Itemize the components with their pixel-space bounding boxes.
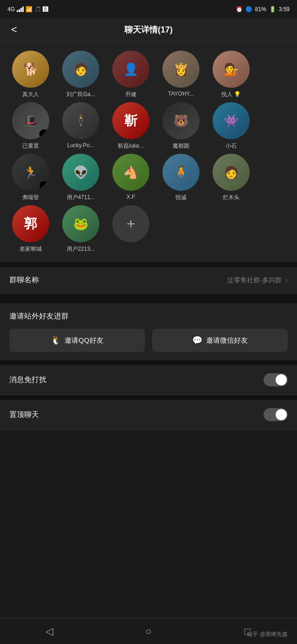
member-name-12: 用户4711... xyxy=(67,194,95,202)
status-bar: 4G 📶 🎵 🅱 ⏰ 🔵 81% 🔋 3:59 xyxy=(0,0,297,19)
header: < 聊天详情(17) xyxy=(0,19,297,41)
member-item-10[interactable]: 👾小石 xyxy=(208,102,254,150)
member-name-17: 用户2213... xyxy=(67,245,95,253)
bar4 xyxy=(22,7,24,12)
nav-home-icon: ○ xyxy=(145,625,151,637)
divider-2 xyxy=(0,294,297,299)
member-name-15: 烂木头 xyxy=(223,194,239,202)
wechat-icon: 💬 xyxy=(192,335,202,345)
settings-section: 群聊名称 泛零售社群-多闪群 › xyxy=(0,267,297,294)
chevron-icon: › xyxy=(285,276,288,285)
bar2 xyxy=(19,9,20,12)
member-name-3: 乔健 xyxy=(125,91,136,98)
dnd-row: 消息免打扰 xyxy=(0,365,297,395)
nav-back-icon: ◁ xyxy=(45,625,53,637)
member-item-3[interactable]: 👤乔健 xyxy=(108,51,154,98)
member-name-2: 刘广民Ga... xyxy=(66,91,95,98)
divider-1 xyxy=(0,262,297,267)
avatar-7: 🕴 xyxy=(62,102,99,139)
group-name-label: 群聊名称 xyxy=(9,275,39,285)
bottom-nav: ◁ ○ □ 知乎 @黑啤先森 xyxy=(0,618,297,644)
avatar-15: 🧑 xyxy=(213,154,250,191)
pin-toggle-thumb xyxy=(276,409,287,420)
member-item-6[interactable]: 🎩♪已重置 xyxy=(7,102,54,150)
member-name-14: 悦诚 xyxy=(175,194,187,202)
avatar-16: 郭 xyxy=(12,205,49,242)
nav-back[interactable]: ◁ xyxy=(31,618,68,644)
bar1 xyxy=(17,10,18,12)
member-name-6: 已重置 xyxy=(22,142,39,150)
bottom-spacer xyxy=(0,430,297,467)
group-name-text: 泛零售社群-多闪群 xyxy=(227,276,282,285)
member-item-7[interactable]: 🕴Lucky.Po... xyxy=(58,102,104,150)
avatar-4: 👸 xyxy=(162,51,200,88)
member-name-9: 魔都圆 xyxy=(173,142,189,150)
dnd-section: 消息免打扰 xyxy=(0,365,297,395)
member-name-8: 靳磊luke... xyxy=(118,142,144,150)
add-member-item[interactable]: + xyxy=(108,205,154,253)
signal-text: 4G xyxy=(7,6,15,13)
nav-home[interactable]: ○ xyxy=(130,618,167,644)
member-item-11[interactable]: 🏃♪弗瑞登 xyxy=(7,154,54,202)
member-item-1[interactable]: 🐕真大人 xyxy=(7,51,54,98)
dnd-toggle[interactable] xyxy=(264,373,288,386)
member-name-13: X.F xyxy=(127,194,136,200)
add-member-button[interactable]: + xyxy=(112,205,149,242)
member-name-4: TAYOHY... xyxy=(168,91,194,97)
member-item-2[interactable]: 🧑刘广民Ga... xyxy=(58,51,104,98)
qq-icon: 🐧 xyxy=(51,335,61,345)
avatar-1: 🐕 xyxy=(12,51,49,88)
pin-section: 置顶聊天 xyxy=(0,400,297,430)
dnd-label: 消息免打扰 xyxy=(9,375,46,385)
member-item-4[interactable]: 👸TAYOHY... xyxy=(158,51,204,98)
tiktok-badge-11: ♪ xyxy=(39,181,49,191)
avatar-13: 🐴 xyxy=(112,154,149,191)
dnd-toggle-thumb xyxy=(276,374,287,385)
avatar-10: 👾 xyxy=(213,102,250,139)
invite-buttons: 🐧 邀请QQ好友 💬 邀请微信好友 xyxy=(9,329,288,352)
member-item-12[interactable]: 👽用户4711... xyxy=(58,154,104,202)
member-name-11: 弗瑞登 xyxy=(22,194,39,202)
member-item-14[interactable]: 🧍悦诚 xyxy=(158,154,204,202)
member-item-13[interactable]: 🐴X.F xyxy=(108,154,154,202)
group-name-value: 泛零售社群-多闪群 › xyxy=(227,276,288,285)
member-name-7: Lucky.Po... xyxy=(67,142,94,149)
pin-toggle[interactable] xyxy=(264,408,288,421)
invite-qq-button[interactable]: 🐧 邀请QQ好友 xyxy=(9,329,145,352)
watermark: 知乎 @黑啤先森 xyxy=(247,631,288,638)
member-name-5: 悦人 💡 xyxy=(221,91,241,98)
member-name-16: 老家郸城 xyxy=(19,245,42,253)
member-item-8[interactable]: 靳靳磊luke... xyxy=(108,102,154,150)
member-item-15[interactable]: 🧑烂木头 xyxy=(208,154,254,202)
member-item-9[interactable]: 🐻魔都圆 xyxy=(158,102,204,150)
avatar-3: 👤 xyxy=(112,51,149,88)
invite-wechat-label: 邀请微信好友 xyxy=(206,336,248,345)
member-item-5[interactable]: 💁悦人 💡 xyxy=(208,51,254,98)
battery-text: 81% xyxy=(255,6,266,13)
pin-label: 置顶聊天 xyxy=(9,410,39,420)
wifi-icon: 📶 xyxy=(26,6,32,13)
pin-row: 置顶聊天 xyxy=(0,400,297,430)
avatar-5: 💁 xyxy=(213,51,250,88)
invite-qq-label: 邀请QQ好友 xyxy=(65,336,103,345)
avatar-8: 靳 xyxy=(112,102,149,139)
avatar-17: 🐸 xyxy=(62,205,99,242)
member-name-1: 真大人 xyxy=(22,91,39,98)
tiktok-badge-6: ♪ xyxy=(39,129,49,139)
invite-label: 邀请站外好友进群 xyxy=(9,312,288,321)
avatar-12: 👽 xyxy=(62,154,99,191)
page-title: 聊天详情(17) xyxy=(124,24,173,35)
invite-wechat-button[interactable]: 💬 邀请微信好友 xyxy=(152,329,288,352)
status-right: ⏰ 🔵 81% 🔋 3:59 xyxy=(236,6,290,13)
member-item-17[interactable]: 🐸用户2213... xyxy=(58,205,104,253)
back-button[interactable]: < xyxy=(9,22,19,38)
status-left: 4G 📶 🎵 🅱 xyxy=(7,6,48,13)
bluetooth-icon: 🔵 xyxy=(245,6,252,13)
extra-icons: 🎵 🅱 xyxy=(34,6,48,13)
alarm-icon: ⏰ xyxy=(236,6,243,13)
clock: 3:59 xyxy=(279,6,290,13)
member-item-16[interactable]: 郭老家郸城 xyxy=(7,205,54,253)
group-name-row[interactable]: 群聊名称 泛零售社群-多闪群 › xyxy=(0,267,297,294)
avatar-9: 🐻 xyxy=(162,102,200,139)
divider-4 xyxy=(0,395,297,400)
